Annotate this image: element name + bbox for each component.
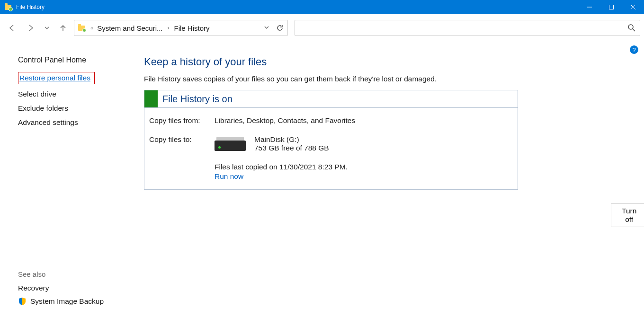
status-panel: File History is on Copy files from: Libr…: [144, 90, 518, 190]
sidebar-item-advanced-settings[interactable]: Advanced settings: [18, 118, 137, 127]
breadcrumb-file-history[interactable]: File History: [174, 24, 210, 32]
copy-from-value: Libraries, Desktop, Contacts, and Favori…: [215, 116, 355, 125]
search-icon: [627, 24, 636, 34]
sidebar: Control Panel Home Restore personal file…: [0, 42, 137, 317]
last-copied-text: Files last copied on 11/30/2021 8:23 PM.: [215, 163, 513, 171]
copy-from-label: Copy files from:: [149, 116, 215, 125]
run-now-link[interactable]: Run now: [215, 172, 243, 181]
close-button[interactable]: [622, 0, 644, 14]
maximize-button[interactable]: [600, 0, 622, 14]
sidebar-item-restore-personal-files[interactable]: Restore personal files: [18, 72, 95, 84]
page-description: File History saves copies of your files …: [144, 75, 630, 83]
file-history-app-icon: [4, 2, 13, 12]
search-input[interactable]: [295, 20, 640, 35]
search-box[interactable]: [295, 20, 640, 36]
control-panel-home-link[interactable]: Control Panel Home: [18, 56, 137, 64]
minimize-button[interactable]: [579, 0, 600, 14]
window-titlebar: File History: [0, 0, 644, 14]
location-icon: [77, 23, 87, 33]
see-also-recovery[interactable]: Recovery: [18, 284, 104, 292]
refresh-button[interactable]: [275, 23, 285, 33]
turn-off-button[interactable]: Turn off: [611, 203, 644, 227]
sidebar-item-exclude-folders[interactable]: Exclude folders: [18, 104, 137, 113]
back-button[interactable]: [4, 20, 20, 36]
chevron-right-icon[interactable]: ›: [167, 25, 170, 31]
see-also-label: See also: [18, 270, 104, 278]
svg-point-4: [628, 25, 633, 29]
forward-button[interactable]: [23, 20, 39, 36]
address-dropdown-button[interactable]: [262, 24, 271, 32]
disk-free-space: 753 GB free of 788 GB: [254, 144, 329, 152]
disk-drive-icon: [215, 137, 246, 151]
navigation-toolbar: « System and Securi... › File History: [0, 14, 644, 42]
breadcrumb-sep: «: [90, 25, 93, 31]
svg-line-5: [633, 29, 635, 31]
copy-to-label: Copy files to:: [149, 135, 215, 152]
window-title: File History: [16, 0, 45, 14]
recent-locations-button[interactable]: [42, 20, 52, 36]
see-also-system-image-backup[interactable]: System Image Backup: [18, 297, 104, 306]
status-title: File History is on: [158, 94, 233, 105]
main-content: Keep a history of your files File Histor…: [137, 42, 644, 317]
see-also-recovery-label: Recovery: [18, 284, 49, 292]
disk-name: MainDisk (G:): [254, 135, 329, 144]
page-heading: Keep a history of your files: [144, 56, 630, 68]
see-also-system-image-backup-label: System Image Backup: [30, 297, 104, 306]
address-bar[interactable]: « System and Securi... › File History: [74, 20, 288, 36]
breadcrumb-system-security[interactable]: System and Securi...: [97, 24, 162, 32]
shield-icon: [18, 297, 27, 306]
svg-rect-1: [609, 5, 614, 9]
sidebar-item-select-drive[interactable]: Select drive: [18, 90, 137, 98]
status-indicator-on: [144, 90, 158, 107]
up-button[interactable]: [55, 20, 71, 36]
